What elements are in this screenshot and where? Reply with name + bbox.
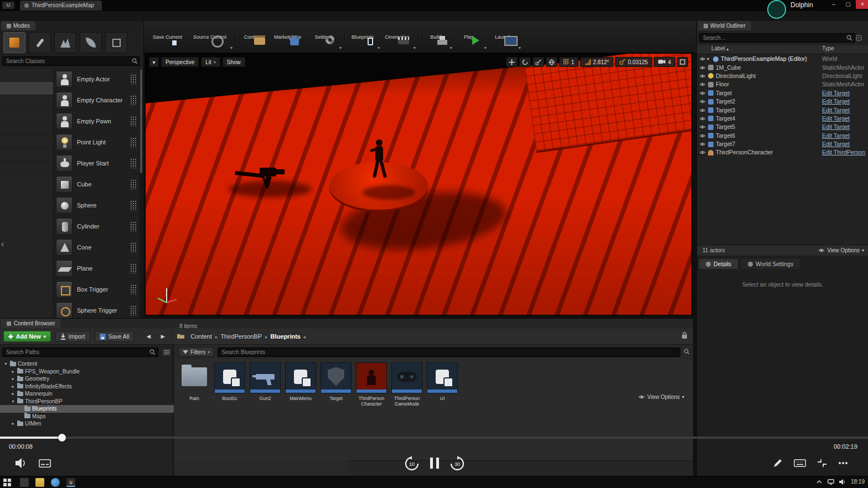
place-item[interactable]: Empty Actor xyxy=(54,69,139,90)
place-item[interactable]: Empty Character xyxy=(54,90,139,111)
mode-tab[interactable] xyxy=(105,32,127,53)
taskbar-unreal-icon[interactable]: u xyxy=(66,478,75,487)
outliner-row[interactable]: ▾ Target Edit Target xyxy=(697,89,868,97)
asset-tile[interactable]: MainMenu xyxy=(285,362,317,401)
asset-tile[interactable]: Target xyxy=(320,362,352,401)
outliner-row[interactable]: ▾ Target4 Edit Target xyxy=(697,115,868,123)
outliner-row[interactable]: ▾ ThirdPersonCharacter Edit ThirdPerson xyxy=(697,148,868,157)
search-options-icon[interactable] xyxy=(684,349,690,356)
asset-tile[interactable]: ThirdPerson GameMode xyxy=(391,362,423,407)
folder-tree-item[interactable]: Mannequin xyxy=(0,390,174,398)
actor-type[interactable]: Edit Target xyxy=(822,106,868,115)
folder-tree-item[interactable]: Geometry xyxy=(0,375,174,383)
drag-grip-icon[interactable] xyxy=(130,158,137,168)
drag-grip-icon[interactable] xyxy=(130,137,137,147)
taskbar-browser-icon[interactable] xyxy=(51,478,60,487)
visibility-eye-icon[interactable] xyxy=(699,82,707,87)
minimize-button[interactable]: – xyxy=(827,0,840,9)
drag-grip-icon[interactable] xyxy=(130,74,137,84)
chevron-down-icon[interactable]: ▾ xyxy=(230,45,232,50)
visibility-eye-icon[interactable] xyxy=(699,91,707,96)
actor-type[interactable]: Edit Target xyxy=(822,132,868,140)
modes-category[interactable] xyxy=(0,122,53,135)
expander-arrow-icon[interactable]: ▾ xyxy=(707,55,712,63)
place-item[interactable]: Sphere Trigger xyxy=(54,300,139,318)
projection-selector[interactable]: Perspective xyxy=(161,57,199,67)
maximize-viewport-icon[interactable] xyxy=(677,57,688,67)
window-title-tab[interactable]: ThirdPersonExampleMap xyxy=(20,1,102,11)
asset-tile[interactable]: UI xyxy=(426,362,458,401)
expander-arrow-icon[interactable] xyxy=(11,383,16,391)
panel-collapse-chevron-icon[interactable]: ‹ xyxy=(1,239,4,249)
visibility-eye-icon[interactable] xyxy=(699,116,707,121)
mounted-gun-actor[interactable] xyxy=(234,160,290,194)
actor-type[interactable]: Edit Target xyxy=(822,115,868,123)
chevron-down-icon[interactable]: ▾ xyxy=(378,45,380,50)
world-outliner-tab[interactable]: World Outliner xyxy=(698,21,751,30)
expander-arrow-icon[interactable] xyxy=(11,375,16,383)
add-new-button[interactable]: ✚ Add New ▾ xyxy=(3,331,51,342)
toolbar-button[interactable]: Blueprints ▾ xyxy=(344,33,380,41)
timeline-scrubber-handle[interactable] xyxy=(58,434,66,442)
actor-type[interactable]: Edit Target xyxy=(822,123,868,131)
move-tool-icon[interactable] xyxy=(506,57,518,67)
chevron-down-icon[interactable]: ▾ xyxy=(519,45,521,50)
actor-type[interactable]: World xyxy=(822,55,868,63)
place-item[interactable]: Empty Pawn xyxy=(54,111,139,132)
sources-list-toggle[interactable] xyxy=(162,347,172,357)
modes-category[interactable] xyxy=(0,135,53,148)
toolbar-button[interactable]: Build ▾ xyxy=(418,33,453,41)
visibility-eye-icon[interactable] xyxy=(699,74,707,79)
modes-category[interactable] xyxy=(0,108,53,122)
back-arrow-button[interactable]: ◄ xyxy=(143,333,153,340)
visibility-eye-icon[interactable] xyxy=(699,150,707,155)
outliner-row[interactable]: ▾ Target3 Edit Target xyxy=(697,106,868,114)
drag-grip-icon[interactable] xyxy=(130,242,137,252)
actor-type[interactable]: Edit Target xyxy=(822,97,868,106)
breadcrumb-separator-icon[interactable]: ▸ xyxy=(265,334,268,340)
modes-category[interactable] xyxy=(0,69,53,82)
folder-tree-item[interactable]: InfinityBladeEffects xyxy=(0,383,174,391)
breadcrumb-item[interactable]: Blueprints xyxy=(269,333,302,340)
toolbar-button[interactable]: Marketplace ▾ xyxy=(270,33,308,41)
grid-snap-toggle[interactable]: 1 xyxy=(559,57,579,67)
start-button[interactable] xyxy=(3,479,11,486)
toolbar-button[interactable]: Save Current ▾ xyxy=(148,33,189,41)
modes-category[interactable] xyxy=(0,95,53,108)
outliner-search-input[interactable] xyxy=(699,33,855,43)
visibility-eye-icon[interactable] xyxy=(699,124,707,129)
breadcrumb-separator-icon[interactable]: ▸ xyxy=(304,334,307,340)
assets-view-options[interactable]: View Options ▾ xyxy=(638,323,684,471)
search-paths-input[interactable] xyxy=(2,347,158,357)
actor-type[interactable]: Edit ThirdPerson xyxy=(822,148,868,157)
toolbar-button[interactable]: Source Control ▾ xyxy=(189,33,233,41)
folder-tree-item[interactable]: UIMen xyxy=(0,420,174,428)
place-item[interactable]: Plane xyxy=(54,258,139,279)
save-all-button[interactable]: Save All xyxy=(95,331,135,342)
tray-chevron-icon[interactable] xyxy=(816,479,823,485)
toolbar-button[interactable]: Play ▾ xyxy=(453,33,487,41)
mode-tab[interactable] xyxy=(54,32,76,53)
outliner-row[interactable]: ▾ 1M_Cube StaticMeshActor xyxy=(697,63,868,71)
place-item[interactable]: Sphere xyxy=(54,195,139,216)
forward-30-button[interactable]: 30 xyxy=(450,456,465,471)
outliner-view-options[interactable]: View Options ▾ xyxy=(818,247,864,253)
visibility-eye-icon[interactable] xyxy=(699,65,707,70)
drag-grip-icon[interactable] xyxy=(130,305,137,315)
clock[interactable]: 18:19 xyxy=(851,479,865,485)
taskbar-app-icon[interactable] xyxy=(20,478,29,487)
sort-arrow-icon[interactable]: ▴ xyxy=(726,46,728,51)
visibility-eye-icon[interactable] xyxy=(699,56,707,61)
modes-category[interactable] xyxy=(0,148,53,162)
modes-category[interactable] xyxy=(0,162,53,175)
place-item[interactable]: Point Light xyxy=(54,132,139,153)
place-item[interactable]: Cylinder xyxy=(54,216,139,237)
toolbar-button[interactable]: Launch ▾ xyxy=(487,33,521,41)
chevron-down-icon[interactable]: ▾ xyxy=(484,45,487,50)
scale-snap-toggle[interactable]: 0.03125 xyxy=(615,57,652,67)
actor-type[interactable]: StaticMeshActor xyxy=(822,64,868,72)
place-item[interactable]: Cone xyxy=(54,237,139,258)
chevron-down-icon[interactable]: ▾ xyxy=(450,45,452,50)
more-options-button[interactable] xyxy=(838,461,848,465)
outliner-row[interactable]: ▾ Target6 Edit Target xyxy=(697,132,868,140)
